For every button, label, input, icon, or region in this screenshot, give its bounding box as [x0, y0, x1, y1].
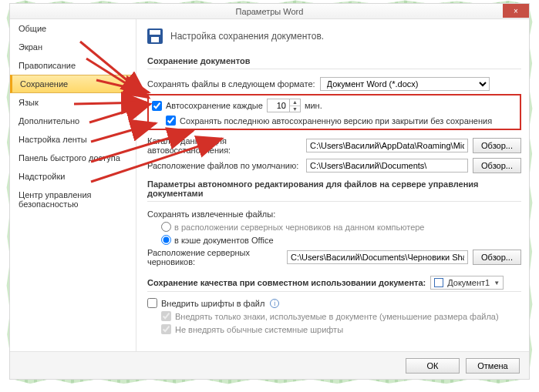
sidebar-item-general[interactable]: Общие: [10, 19, 136, 38]
ok-button[interactable]: ОК: [406, 358, 460, 374]
embed-only-used-checkbox: [161, 311, 171, 321]
autorecover-path-label: Каталог данных для автовосстановления:: [147, 136, 302, 155]
default-location-input[interactable]: [306, 159, 468, 173]
save-icon: [147, 28, 163, 44]
sidebar-item-trustcenter[interactable]: Центр управления безопасностью: [10, 186, 136, 213]
default-location-label: Расположение файлов по умолчанию:: [147, 161, 302, 170]
sidebar-item-ribbon[interactable]: Настройка ленты: [10, 130, 136, 149]
document-select[interactable]: Документ1 ▼: [430, 276, 504, 290]
embed-fonts-label: Внедрить шрифты в файл: [161, 299, 264, 308]
browse-autorecover-button[interactable]: Обзор...: [473, 138, 521, 153]
save-format-select[interactable]: Документ Word (*.docx): [320, 77, 490, 91]
group-sharing-quality: Сохранение качества при совместном испол…: [147, 278, 426, 287]
sidebar-item-display[interactable]: Экран: [10, 38, 136, 56]
page-subtitle: Настройка сохранения документов.: [170, 31, 324, 42]
sidebar-item-advanced[interactable]: Дополнительно: [10, 112, 136, 130]
spinner-arrows[interactable]: ▲▼: [290, 99, 301, 112]
group-save-documents: Сохранение документов: [147, 52, 521, 69]
radio-office-cache-label: в кэше документов Office: [174, 236, 274, 245]
dialog-footer: ОК Отмена: [10, 351, 529, 379]
autosave-checkbox[interactable]: [152, 101, 162, 111]
browse-default-button[interactable]: Обзор...: [473, 158, 521, 173]
embed-fonts-checkbox[interactable]: [147, 298, 157, 308]
autosave-label: Автосохранение каждые: [166, 101, 263, 110]
sidebar-item-language[interactable]: Язык: [10, 93, 136, 112]
sidebar-item-save[interactable]: Сохранение: [10, 75, 136, 93]
sidebar-item-proofing[interactable]: Правописание: [10, 56, 136, 75]
document-icon: [434, 278, 443, 287]
autorecover-path-input[interactable]: [306, 139, 468, 152]
window-title: Параметры Word: [236, 7, 304, 16]
info-icon: i: [270, 299, 279, 308]
sidebar: Общие Экран Правописание Сохранение Язык…: [10, 19, 136, 351]
keep-extracted-label: Сохранять извлеченные файлы:: [147, 209, 275, 219]
server-drafts-path-input[interactable]: [287, 250, 468, 264]
radio-office-cache[interactable]: [161, 235, 171, 245]
titlebar: Параметры Word ×: [10, 4, 529, 19]
embed-only-used-label: Внедрять только знаки, используемые в до…: [175, 312, 499, 321]
browse-drafts-button[interactable]: Обзор...: [473, 250, 521, 265]
autosave-unit: мин.: [305, 101, 322, 110]
sidebar-item-qat[interactable]: Панель быстрого доступа: [10, 149, 136, 167]
save-format-label: Сохранять файлы в следующем формате:: [147, 79, 315, 89]
cancel-button[interactable]: Отмена: [466, 358, 520, 374]
sidebar-item-addins[interactable]: Надстройки: [10, 167, 136, 186]
keep-last-autosave-label: Сохранять последнюю автосохраненную верс…: [180, 116, 492, 126]
radio-server-drafts-label: в расположении серверных черновиков на д…: [174, 223, 424, 232]
autosave-minutes-input[interactable]: [267, 99, 290, 112]
no-system-fonts-checkbox: [161, 324, 171, 334]
radio-server-drafts[interactable]: [161, 222, 171, 232]
document-name: Документ1: [447, 278, 490, 287]
main-panel: Настройка сохранения документов. Сохране…: [136, 19, 529, 351]
options-dialog: Параметры Word × Общие Экран Правописани…: [9, 3, 530, 380]
server-drafts-path-label: Расположение серверных черновиков:: [147, 248, 282, 266]
keep-last-autosave-checkbox[interactable]: [166, 116, 176, 126]
no-system-fonts-label: Не внедрять обычные системные шрифты: [175, 325, 343, 334]
chevron-down-icon: ▼: [494, 280, 500, 286]
group-offline-editing: Параметры автономного редактирования для…: [147, 175, 521, 202]
close-button[interactable]: ×: [503, 4, 529, 18]
highlight-box: Автосохранение каждые ▲▼ мин. Сохранять …: [147, 94, 521, 130]
